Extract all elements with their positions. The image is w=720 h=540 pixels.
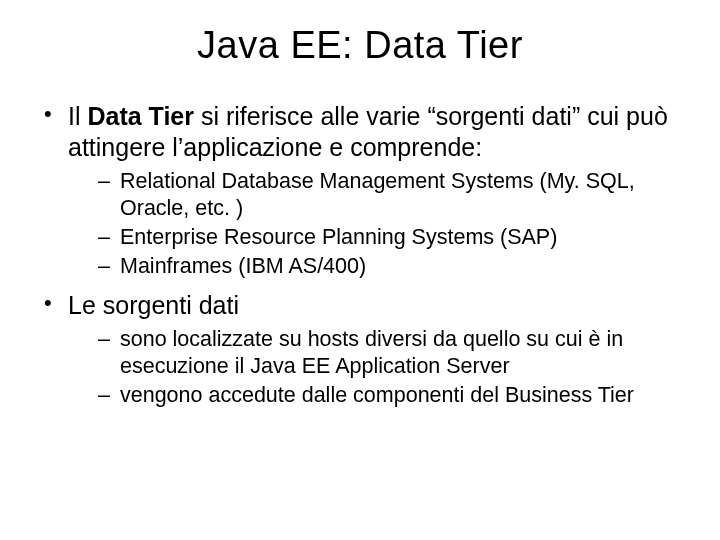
sub-item: sono localizzate su hosts diversi da que… — [98, 326, 690, 380]
sub-item: Relational Database Management Systems (… — [98, 168, 690, 222]
sub-item: Enterprise Resource Planning Systems (SA… — [98, 224, 690, 251]
sub-item: vengono accedute dalle componenti del Bu… — [98, 382, 690, 409]
bullet-2: Le sorgenti dati sono localizzate su hos… — [44, 290, 690, 409]
bullet-1-pre: Il — [68, 102, 87, 130]
bullet-list: Il Data Tier si riferisce alle varie “so… — [30, 101, 690, 409]
sub-item: Mainframes (IBM AS/400) — [98, 253, 690, 280]
bullet-2-sublist: sono localizzate su hosts diversi da que… — [68, 326, 690, 409]
bullet-1-sublist: Relational Database Management Systems (… — [68, 168, 690, 280]
slide-title: Java EE: Data Tier — [30, 24, 690, 67]
bullet-2-text: Le sorgenti dati — [68, 291, 239, 319]
bullet-1: Il Data Tier si riferisce alle varie “so… — [44, 101, 690, 280]
bullet-1-bold: Data Tier — [87, 102, 194, 130]
